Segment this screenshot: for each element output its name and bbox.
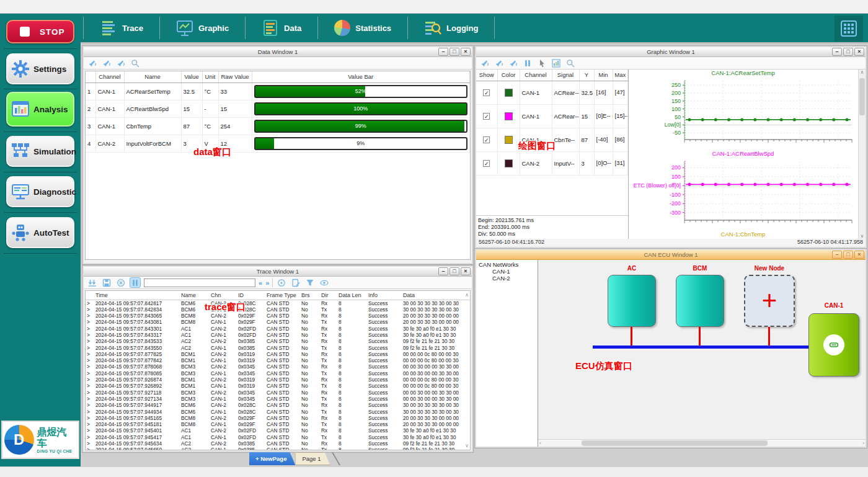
trace-row[interactable]: >2024-04-15 09:57:07.843081BCM8CAN-10x02… (86, 319, 470, 325)
close-button[interactable]: × (461, 267, 471, 275)
channel-node-can-1[interactable] (808, 313, 859, 377)
trace-row[interactable]: >2024-04-15 09:57:07.878085BCM3CAN-10x03… (86, 370, 470, 377)
signal-add-button[interactable] (479, 58, 490, 68)
signal-row[interactable]: ✓CAN-1ACRear--32.5[16][47] (476, 81, 628, 104)
trace-row[interactable]: >2024-04-15 09:57:07.945634AC2CAN-20x038… (86, 440, 470, 447)
search-button[interactable] (130, 58, 141, 68)
scroll-lock-button[interactable] (87, 277, 98, 288)
trace-row[interactable]: >2024-04-15 09:57:07.945417AC1CAN-10x02F… (86, 434, 470, 440)
show-checkbox[interactable]: ✓ (483, 113, 490, 120)
expand-icon[interactable]: > (86, 377, 94, 383)
col-raw-value[interactable]: Raw Value (218, 71, 252, 82)
sidebar-item-autotest[interactable]: AutoTest (6, 217, 74, 248)
scrollbar-thumb[interactable] (859, 78, 865, 115)
expand-icon[interactable]: > (86, 351, 94, 357)
col-value[interactable]: Value (181, 71, 202, 82)
stop-button[interactable]: STOP (6, 20, 74, 43)
toolbar-graphic-button[interactable]: Graphic (160, 17, 246, 39)
expand-icon[interactable]: > (86, 440, 94, 447)
expand-icon[interactable]: > (86, 363, 94, 370)
tree-root-can-networks[interactable]: CAN NetWorks (476, 261, 538, 268)
trace-row[interactable]: >2024-04-15 09:57:07.877825BCM1CAN-20x03… (86, 351, 470, 357)
table-row[interactable]: 3CAN-1CbnTemp87°C25499% (86, 117, 470, 135)
trace-row[interactable]: >2024-04-15 09:57:07.843301AC1CAN-20x02F… (86, 326, 470, 332)
expand-icon[interactable]: > (86, 409, 94, 415)
col-info[interactable]: Info (367, 291, 402, 300)
show-checkbox[interactable]: ✓ (483, 136, 490, 143)
toolbar-data-button[interactable]: Data (246, 17, 318, 39)
cursor-button[interactable] (536, 58, 547, 68)
expand-icon[interactable]: > (86, 447, 94, 450)
color-swatch[interactable] (505, 112, 513, 120)
pause-button[interactable] (130, 277, 141, 288)
col-signal[interactable]: Signal (552, 69, 579, 81)
scroll-up-icon[interactable]: ∧ (861, 69, 864, 75)
chart-plot[interactable]: 200100ETC (Blower) off[0]-100-200-300 (629, 159, 857, 231)
sidebar-item-analysis[interactable]: Analysis (6, 92, 74, 127)
trace-window-titlebar[interactable]: Trace Window 1 –□× (84, 267, 472, 277)
tab-newpage[interactable]: + NewPage (249, 452, 295, 465)
expand-icon[interactable]: > (86, 421, 94, 427)
expand-icon[interactable]: > (86, 345, 94, 351)
ecu-node-bcm[interactable] (676, 275, 724, 327)
trace-row[interactable]: >2024-04-15 09:57:07.843317AC1CAN-10x02F… (86, 332, 470, 338)
edit-button[interactable] (290, 277, 301, 288)
trace-row[interactable]: >2024-04-15 09:57:07.842817BCM6CAN-20x02… (86, 300, 470, 306)
color-swatch[interactable] (505, 89, 513, 97)
expand-icon[interactable]: > (86, 300, 94, 306)
col-dir[interactable]: Dir (320, 291, 337, 300)
pause-button[interactable] (522, 58, 533, 68)
save-button[interactable] (101, 277, 112, 288)
trace-row[interactable]: >2024-04-15 09:57:07.927134BCM3CAN-10x03… (86, 396, 470, 402)
tree-item-can-1[interactable]: CAN-1 (476, 268, 538, 275)
sidebar-item-simulation[interactable]: Simulation (6, 136, 74, 167)
trace-row[interactable]: >2024-04-15 09:57:07.945401AC1CAN-20x02F… (86, 427, 470, 434)
trace-row[interactable]: >2024-04-15 09:57:07.843065BCM8CAN-20x02… (86, 313, 470, 319)
toolbar-statistics-button[interactable]: Statistics (318, 17, 408, 39)
col-unit[interactable]: Unit (202, 71, 218, 82)
show-checkbox[interactable]: ✓ (483, 89, 490, 96)
signal-remove-button[interactable] (494, 58, 505, 68)
close-button[interactable]: × (461, 48, 471, 56)
close-button[interactable]: × (854, 48, 864, 56)
trace-row[interactable]: >2024-04-15 09:57:07.926892BCM1CAN-10x03… (86, 383, 470, 389)
col-name[interactable]: Name (124, 71, 181, 82)
col-show[interactable]: Show (476, 69, 497, 81)
filter-button[interactable] (304, 277, 316, 288)
maximize-button[interactable]: □ (450, 267, 459, 275)
trace-row[interactable]: >2024-04-15 09:57:07.926874BCM1CAN-20x03… (86, 377, 470, 383)
find-next-button[interactable]: » (265, 279, 269, 287)
chart-mode-button[interactable] (551, 58, 562, 68)
clear-button[interactable] (115, 277, 126, 288)
signal-row[interactable]: ✓CAN-1ACRear--15[0]E-- (Blo--[15]-- Ini (476, 104, 628, 128)
graphic-window-titlebar[interactable]: Graphic Window 1 –□× (476, 47, 866, 57)
trace-row[interactable]: >2024-04-15 09:57:07.843533AC2CAN-20x038… (86, 338, 470, 344)
scroll-up-icon[interactable]: ∧ (465, 292, 469, 298)
color-swatch[interactable] (505, 159, 513, 167)
trace-row[interactable]: >2024-04-15 09:57:07.877842BCM1CAN-10x03… (86, 357, 470, 363)
signal-add-button[interactable] (87, 58, 98, 68)
scroll-left-icon[interactable]: ‹ (539, 440, 541, 446)
expand-icon[interactable]: > (86, 357, 94, 363)
expand-icon[interactable]: > (86, 390, 94, 396)
minimize-button[interactable]: – (832, 48, 842, 56)
scrollbar-thumb[interactable] (582, 440, 768, 446)
maximize-button[interactable]: □ (843, 251, 853, 259)
signal-remove-button[interactable] (101, 58, 112, 68)
expand-icon[interactable]: > (86, 319, 94, 325)
expand-icon[interactable]: > (86, 370, 94, 377)
col-name[interactable]: Name (180, 291, 210, 300)
layout-grid-button[interactable] (835, 16, 863, 42)
view-button[interactable] (319, 277, 330, 288)
expand-icon[interactable]: > (86, 326, 94, 332)
toolbar-logging-button[interactable]: Logging (408, 17, 495, 39)
col-brs[interactable]: Brs (300, 291, 320, 300)
target-button[interactable] (276, 277, 287, 288)
minimize-button[interactable]: – (832, 251, 842, 259)
trace-row[interactable]: >2024-04-15 09:57:07.843550AC2CAN-10x038… (86, 345, 470, 351)
zoom-button[interactable] (565, 58, 576, 68)
data-window-titlebar[interactable]: Data Window 1 –□× (84, 47, 472, 57)
expand-icon[interactable]: > (86, 434, 94, 440)
signal-row[interactable]: ✓CAN-2InputV--3[0]O-- Value[31] (476, 151, 628, 175)
col-channel[interactable]: Channel (520, 69, 552, 81)
